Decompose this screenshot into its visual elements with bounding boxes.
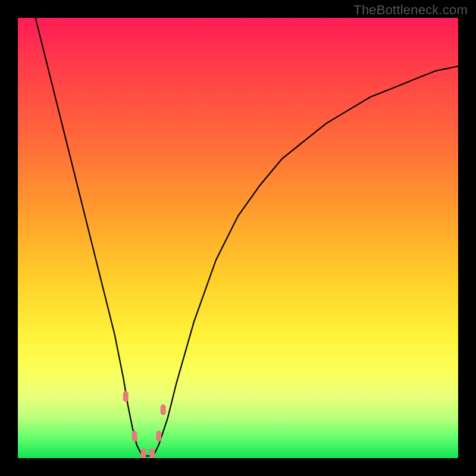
chart-frame: TheBottleneck.com [0,0,476,476]
plot-area [18,18,458,458]
curve-marker [123,391,129,402]
curve-svg [18,18,458,458]
curve-marker [132,431,137,441]
plot-inner [18,18,458,458]
watermark-text: TheBottleneck.com [353,2,468,18]
curve-marker [156,431,161,441]
bottleneck-curve [36,18,458,456]
curve-markers [123,391,166,458]
curve-marker [149,449,155,458]
curve-marker [140,449,146,458]
curve-marker [161,405,166,415]
